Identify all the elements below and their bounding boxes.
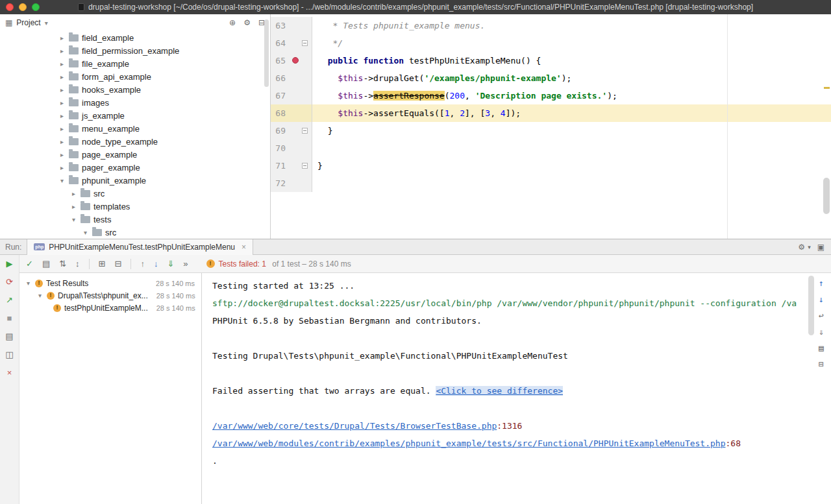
chevron-down-icon[interactable]: ▾ (58, 177, 66, 184)
pin-tab-icon[interactable]: ◫ (5, 350, 13, 360)
tree-item-field-permission-example[interactable]: ▸field_permission_example (0, 44, 270, 57)
run-tab-title: PHPUnitExampleMenuTest.testPhpUnitExampl… (49, 243, 235, 252)
fold-icon[interactable] (302, 128, 308, 134)
float-window-icon[interactable]: ▣ (817, 243, 825, 252)
tree-item-js-example[interactable]: ▸js_example (0, 109, 270, 122)
chevron-down-icon[interactable]: ▾ (25, 280, 32, 287)
gear-icon[interactable]: ⚙ (798, 243, 805, 252)
tree-item-page-example[interactable]: ▸page_example (0, 148, 270, 161)
tree-item-images[interactable]: ▸images (0, 96, 270, 109)
gear-icon[interactable]: ⚙ (243, 18, 251, 27)
project-panel-actions: ⊕ ⚙ ⊟ (229, 18, 265, 27)
chevron-down-icon[interactable]: ▾ (808, 244, 811, 250)
minimize-window-button[interactable] (19, 3, 27, 11)
stop-icon[interactable]: ■ (7, 313, 12, 324)
tree-item-file-example[interactable]: ▸file_example (0, 57, 270, 70)
chevron-right-icon[interactable]: ▸ (58, 99, 66, 106)
locate-icon[interactable]: ⊕ (229, 18, 236, 27)
code-line[interactable]: 67 $this->assertResponse(200, 'Descripti… (271, 87, 831, 104)
chevron-right-icon[interactable]: ▸ (58, 151, 66, 158)
code-line[interactable]: 65 public function testPhpUnitExampleMen… (271, 52, 831, 69)
chevron-down-icon[interactable]: ▾ (82, 229, 89, 236)
console-output[interactable]: Testing started at 13:25 ... sftp://dock… (202, 273, 831, 504)
tree-item-menu-example[interactable]: ▸menu_example (0, 122, 270, 135)
next-failed-test-icon[interactable]: ↓ (154, 259, 158, 269)
chevron-down-icon[interactable]: ▾ (45, 19, 48, 27)
tree-item-src[interactable]: ▸src (0, 187, 270, 200)
project-scrollbar[interactable] (264, 19, 269, 87)
failed-test-gutter-icon[interactable] (292, 57, 299, 64)
fold-icon[interactable] (302, 163, 308, 169)
project-panel-title: Project (16, 18, 40, 27)
code-editor[interactable]: 63 * Tests phpunit_example menus. 64 */ … (271, 14, 831, 239)
tree-item-pager-example[interactable]: ▸pager_example (0, 161, 270, 174)
tree-item-phpunit-example[interactable]: ▾phpunit_example (0, 174, 270, 187)
chevron-right-icon[interactable]: ▸ (58, 47, 66, 54)
previous-failed-test-icon[interactable]: ↑ (140, 259, 145, 269)
see-difference-link[interactable]: <Click to see difference> (436, 386, 563, 396)
tree-item-hooks-example[interactable]: ▸hooks_example (0, 83, 270, 96)
chevron-right-icon[interactable]: ▸ (58, 60, 66, 67)
close-tool-window-icon[interactable]: × (7, 368, 12, 378)
toggle-auto-test-icon[interactable]: ↗ (6, 295, 13, 306)
gutter: 67 (271, 87, 312, 104)
tree-item-form-api-example[interactable]: ▸form_api_example (0, 70, 270, 83)
tree-item-templates[interactable]: ▸templates (0, 200, 270, 213)
code-line[interactable]: 72 (271, 174, 831, 192)
show-ignored-icon[interactable]: ▤ (42, 259, 50, 269)
warning-stripe-mark[interactable] (824, 87, 830, 89)
more-options-icon[interactable]: » (183, 259, 188, 269)
test-node-method[interactable]: ! testPhpUnitExampleM... 28 s 140 ms (19, 302, 201, 314)
collapse-all-icon[interactable]: ⊟ (115, 259, 122, 269)
chevron-right-icon[interactable]: ▸ (58, 34, 66, 42)
fold-icon[interactable] (302, 40, 308, 46)
run-tab[interactable]: php PHPUnitExampleMenuTest.testPhpUnitEx… (27, 239, 253, 255)
code-line[interactable]: 63 * Tests phpunit_example menus. (271, 17, 831, 34)
down-stacktrace-icon[interactable]: ↓ (819, 294, 824, 304)
chevron-right-icon[interactable]: ▸ (58, 125, 66, 132)
chevron-right-icon[interactable]: ▸ (58, 73, 66, 80)
tree-item-field-example[interactable]: ▸field_example (0, 31, 270, 44)
rerun-icon[interactable]: ▶ (6, 259, 13, 269)
chevron-down-icon[interactable]: ▾ (36, 292, 43, 299)
folder-icon (92, 229, 102, 236)
chevron-right-icon[interactable]: ▸ (58, 138, 66, 145)
test-node-root[interactable]: ▾ ! Test Results 28 s 140 ms (19, 277, 201, 289)
chevron-right-icon[interactable]: ▸ (58, 112, 66, 119)
up-stacktrace-icon[interactable]: ↑ (819, 278, 824, 288)
zoom-window-button[interactable] (32, 3, 40, 11)
tree-item-node-type-example[interactable]: ▸node_type_example (0, 135, 270, 148)
import-test-results-icon[interactable]: ⇓ (167, 259, 174, 269)
chevron-down-icon[interactable]: ▾ (70, 216, 77, 223)
clear-console-icon[interactable]: ⊟ (819, 359, 824, 369)
soft-wrap-icon[interactable]: ↩ (819, 311, 824, 320)
code-line[interactable]: 64 */ (271, 34, 831, 52)
restore-layout-icon[interactable]: ▤ (5, 331, 13, 342)
close-window-button[interactable] (6, 3, 14, 11)
test-node-class[interactable]: ▾ ! Drupal\Tests\phpunit_ex... 28 s 140 … (19, 289, 201, 302)
expand-all-icon[interactable]: ⊞ (99, 259, 106, 269)
sort-by-duration-icon[interactable]: ⇅ (59, 259, 66, 269)
tree-item-tests[interactable]: ▾tests (0, 213, 270, 226)
chevron-right-icon[interactable]: ▸ (58, 164, 66, 171)
stack-file-link[interactable]: /var/www/web/core/tests/Drupal/Tests/Bro… (212, 421, 497, 431)
tree-item-tests-src[interactable]: ▾src (0, 226, 270, 239)
stack-file-link[interactable]: /var/www/web/modules/contrib/examples/ph… (212, 438, 726, 448)
chevron-right-icon[interactable]: ▸ (70, 203, 77, 210)
code-line-highlighted[interactable]: 68 $this->assertEquals([1, 2], [3, 4]); (271, 104, 831, 122)
test-status: ! Tests failed: 1 of 1 test – 28 s 140 m… (206, 259, 351, 269)
run-body: ▾ ! Test Results 28 s 140 ms ▾ ! Drupal\… (19, 273, 831, 504)
rerun-failed-tests-icon[interactable]: ⟳ (6, 277, 13, 287)
code-line[interactable]: 69 } (271, 122, 831, 139)
close-tab-icon[interactable]: × (242, 243, 246, 252)
chevron-right-icon[interactable]: ▸ (70, 190, 77, 197)
chevron-right-icon[interactable]: ▸ (58, 86, 66, 93)
code-line[interactable]: 70 (271, 139, 831, 157)
code-line[interactable]: 66 $this->drupalGet('/examples/phpunit-e… (271, 69, 831, 87)
scroll-to-end-icon[interactable]: ⇓ (819, 327, 824, 337)
sort-alphabetically-icon[interactable]: ↕ (75, 259, 80, 269)
hide-passed-icon[interactable]: ✓ (26, 259, 33, 269)
print-icon[interactable]: ▤ (819, 343, 824, 353)
code-line[interactable]: 71 } (271, 157, 831, 174)
editor-scrollbar[interactable] (823, 178, 830, 214)
